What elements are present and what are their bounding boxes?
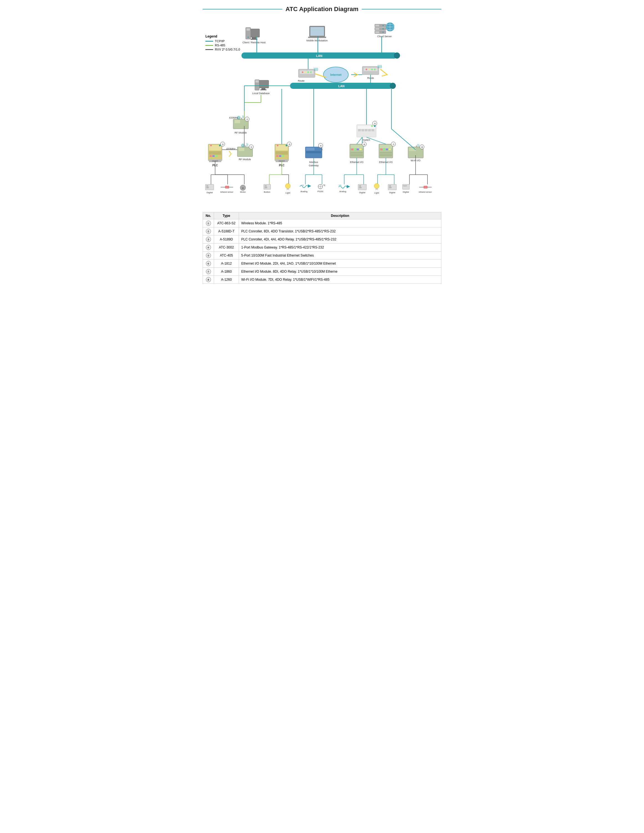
- svg-rect-145: [350, 145, 363, 148]
- svg-line-166: [357, 137, 362, 144]
- svg-text:①: ①: [251, 146, 252, 148]
- svg-rect-162: [380, 154, 392, 156]
- table-row: ⑥ A-1812 Ethernet I/O Module. 2DI, 4AI, …: [203, 260, 442, 268]
- row-type: A-5188D-T: [214, 227, 239, 235]
- page-title: ATC Application Diagram: [202, 6, 442, 13]
- svg-rect-156: [380, 145, 392, 148]
- svg-rect-134: [365, 129, 368, 131]
- svg-rect-214: [225, 186, 229, 188]
- svg-rect-135: [368, 129, 371, 131]
- svg-text:)): )): [242, 115, 244, 118]
- svg-rect-4: [246, 28, 250, 31]
- svg-point-35: [305, 71, 306, 73]
- svg-text:)))): )))): [377, 64, 382, 68]
- svg-text:Mobile Workstation: Mobile Workstation: [307, 39, 328, 42]
- rs485-line: [206, 45, 213, 46]
- svg-rect-2: [251, 39, 257, 40]
- row-desc: Ethernet I/O Module. 8DI, 4DO Relay. 1*U…: [239, 268, 442, 276]
- svg-rect-1: [252, 37, 256, 39]
- row-type: ATC-3002: [214, 243, 239, 252]
- row-num: ⑦: [203, 268, 214, 276]
- row-desc: PLC Conroller, 4DI, 4AI, 4DO Relay. 1*US…: [239, 235, 442, 243]
- row-type: A-5189D: [214, 235, 239, 243]
- svg-rect-82: [210, 155, 212, 157]
- row-desc: 1-Port Modbus Gateway. 1*RS-485/1*RS-422…: [239, 243, 442, 252]
- row-desc: PLC Conroller, 8DI, 4DO Transistor. 1*US…: [239, 227, 442, 235]
- svg-point-223: [285, 183, 291, 188]
- svg-text:LAN: LAN: [316, 54, 323, 58]
- svg-text:Digital: Digital: [207, 191, 213, 194]
- svg-text:Client / Remote Host: Client / Remote Host: [243, 41, 266, 44]
- svg-rect-147: [354, 148, 356, 150]
- tcpip-label: TCP/IP: [215, 39, 225, 43]
- svg-rect-53: [260, 89, 267, 90]
- svg-text:③: ③: [288, 143, 291, 146]
- rs485-label: RS-485: [215, 43, 225, 47]
- svg-rect-151: [350, 154, 363, 156]
- svg-text:Pt100: Pt100: [318, 190, 323, 193]
- svg-text:Digital: Digital: [359, 191, 365, 194]
- svg-rect-121: [306, 151, 321, 153]
- svg-rect-20: [375, 31, 379, 33]
- row-type: A-1860: [214, 268, 239, 276]
- svg-text:Light: Light: [374, 191, 379, 194]
- svg-text:)): )): [246, 143, 248, 146]
- svg-point-45: [366, 69, 367, 70]
- col-header-type: Type: [214, 212, 239, 219]
- table-row: ⑧ A-1260 Wi-Fi I/O Module. 7DI, 4DO Rela…: [203, 276, 442, 284]
- legend-rs485: RS-485: [206, 43, 240, 47]
- row-num: ④: [203, 243, 214, 252]
- svg-rect-224: [287, 188, 289, 190]
- svg-rect-83: [212, 155, 215, 157]
- row-num: ⑤: [203, 252, 214, 260]
- svg-point-23: [382, 32, 384, 33]
- svg-text:RF Module: RF Module: [234, 131, 247, 134]
- table-row: ⑤ ATC-405 5-Port 10/100M Fast Industrial…: [203, 252, 442, 260]
- svg-text:②: ②: [222, 143, 224, 146]
- table-row: ⑦ A-1860 Ethernet I/O Module. 8DI, 4DO R…: [203, 268, 442, 276]
- svg-text:Infrared sensor: Infrared sensor: [220, 191, 233, 193]
- svg-text:Internet: Internet: [330, 73, 342, 76]
- svg-point-5: [247, 37, 249, 38]
- col-header-desc: Description: [239, 212, 442, 219]
- svg-rect-55: [255, 80, 259, 82]
- svg-rect-133: [361, 129, 364, 131]
- svg-point-30: [394, 53, 400, 59]
- svg-rect-108: [279, 155, 281, 157]
- table-row: ② A-5188D-T PLC Conroller, 8DI, 4DO Tran…: [203, 227, 442, 235]
- svg-rect-106: [276, 151, 288, 154]
- tcpip-line: [206, 41, 213, 42]
- svg-text:Cloud Server: Cloud Server: [377, 35, 392, 38]
- svg-rect-146: [351, 148, 353, 150]
- svg-rect-94: [239, 148, 244, 151]
- rvv-label: RVV 2* 0.5/0.7/1.0: [215, 48, 240, 51]
- svg-point-97: [242, 145, 244, 146]
- svg-text:OFF: OFF: [389, 187, 392, 188]
- svg-rect-81: [209, 151, 221, 154]
- row-desc: Wireless Module. 1*RS-485: [239, 219, 442, 227]
- svg-text:ON/OFF: ON/OFF: [403, 185, 408, 187]
- svg-text:Light: Light: [285, 191, 291, 194]
- svg-point-86: [210, 145, 212, 146]
- col-header-no: No.: [203, 212, 214, 219]
- svg-point-138: [371, 125, 373, 127]
- table-row: ④ ATC-3002 1-Port Modbus Gateway. 1*RS-4…: [203, 243, 442, 252]
- legend-rvv: RVV 2* 0.5/0.7/1.0: [206, 48, 240, 51]
- row-type: A-1812: [214, 260, 239, 268]
- svg-point-243: [374, 183, 379, 188]
- svg-rect-52: [262, 88, 265, 89]
- svg-point-37: [310, 71, 312, 73]
- svg-rect-150: [350, 152, 363, 154]
- svg-text:OFF: OFF: [359, 187, 362, 188]
- svg-rect-149: [360, 148, 362, 150]
- svg-text:①: ①: [246, 118, 248, 121]
- svg-text:Route: Route: [298, 79, 305, 82]
- svg-rect-109: [282, 155, 284, 157]
- row-type: ATC-863-S2: [214, 219, 239, 227]
- svg-rect-107: [276, 155, 278, 157]
- svg-rect-161: [380, 152, 392, 154]
- svg-text:OFF: OFF: [265, 187, 267, 188]
- svg-rect-157: [380, 148, 382, 150]
- svg-rect-256: [424, 186, 427, 188]
- svg-point-21: [382, 25, 384, 26]
